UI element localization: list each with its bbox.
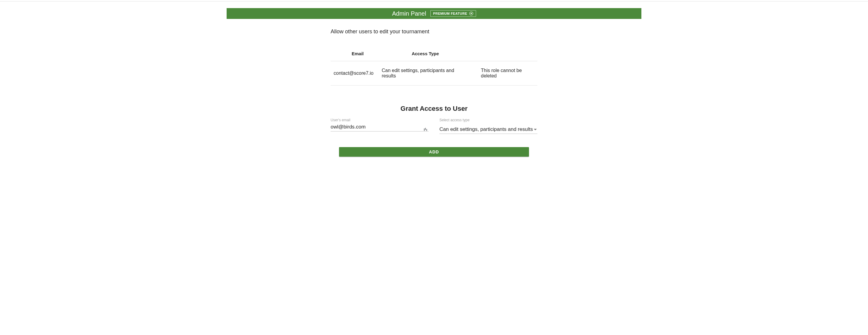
table-header-spacer — [469, 51, 534, 56]
email-field-label: User's email — [331, 118, 429, 122]
svg-rect-3 — [427, 129, 427, 131]
access-type-field-wrap: Select access type Can edit settings, pa… — [439, 118, 537, 134]
email-autofill-icon[interactable] — [423, 127, 428, 132]
premium-feature-label: PREMIUM FEATURE — [433, 12, 467, 15]
content-container: Allow other users to edit your tournamen… — [331, 29, 537, 157]
access-type-field-label: Select access type — [439, 118, 537, 122]
svg-rect-2 — [425, 128, 426, 130]
access-table: Email Access Type contact@score7.io Can … — [331, 51, 537, 86]
table-header-email: Email — [334, 51, 382, 56]
table-cell-access-type: Can edit settings, participants and resu… — [382, 68, 469, 79]
premium-star-icon — [469, 11, 473, 15]
table-row: contact@score7.io Can edit settings, par… — [331, 61, 537, 86]
add-button[interactable]: ADD — [339, 147, 529, 157]
intro-text: Allow other users to edit your tournamen… — [331, 29, 537, 35]
grant-access-form: User's email Select access type Can edit… — [331, 118, 537, 134]
chevron-down-icon — [534, 129, 537, 130]
svg-rect-1 — [424, 129, 425, 131]
table-header: Email Access Type — [331, 51, 537, 61]
email-field[interactable] — [331, 122, 429, 132]
access-type-select-value: Can edit settings, participants and resu… — [439, 126, 533, 132]
access-type-select[interactable]: Can edit settings, participants and resu… — [439, 125, 537, 134]
table-header-access-type: Access Type — [382, 51, 469, 56]
grant-access-title: Grant Access to User — [331, 105, 537, 112]
email-field-wrap: User's email — [331, 118, 429, 134]
premium-feature-badge[interactable]: PREMIUM FEATURE — [430, 10, 476, 17]
table-cell-email: contact@score7.io — [334, 71, 382, 76]
page-title: Admin Panel — [392, 10, 426, 17]
table-cell-note: This role cannot be deleted — [469, 68, 534, 79]
admin-panel-header: Admin Panel PREMIUM FEATURE — [227, 8, 641, 19]
